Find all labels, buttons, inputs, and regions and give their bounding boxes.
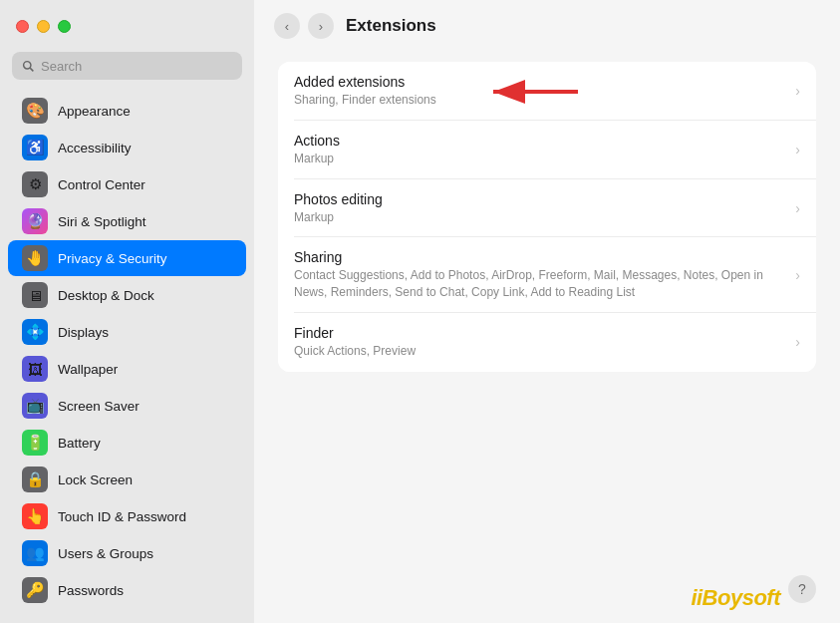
forward-icon: › [319, 19, 323, 34]
sidebar-item-privacy-security[interactable]: 🤚Privacy & Security [8, 240, 246, 276]
sidebar-label-siri-spotlight: Siri & Spotlight [58, 214, 146, 229]
settings-row-title-finder: Finder [294, 325, 787, 341]
users-groups-icon: 👥 [22, 540, 48, 566]
sidebar-item-wallpaper[interactable]: 🖼Wallpaper [8, 351, 246, 387]
accessibility-icon: ♿ [22, 135, 48, 160]
maximize-button[interactable] [58, 20, 71, 33]
control-center-icon: ⚙ [22, 171, 48, 197]
sidebar-item-control-center[interactable]: ⚙Control Center [8, 166, 246, 202]
settings-row-subtitle-photos-editing: Markup [294, 209, 787, 226]
settings-row-sharing[interactable]: SharingContact Suggestions, Add to Photo… [278, 237, 816, 313]
appearance-icon: 🎨 [22, 98, 48, 124]
sidebar-label-accessibility: Accessibility [58, 141, 132, 156]
sidebar-item-users-groups[interactable]: 👥Users & Groups [8, 535, 246, 571]
sidebar-label-control-center: Control Center [58, 177, 145, 192]
close-button[interactable] [16, 20, 29, 33]
settings-row-title-added-extensions: Added extensions [294, 74, 787, 90]
settings-row-text-added-extensions: Added extensionsSharing, Finder extensio… [294, 74, 787, 109]
main-content: Added extensionsSharing, Finder extensio… [254, 52, 840, 623]
sidebar-label-lock-screen: Lock Screen [58, 472, 133, 487]
settings-row-subtitle-sharing: Contact Suggestions, Add to Photos, AirD… [294, 267, 787, 301]
desktop-dock-icon: 🖥 [22, 282, 48, 308]
settings-list: Added extensionsSharing, Finder extensio… [278, 62, 816, 372]
main-header: ‹ › Extensions [254, 0, 840, 52]
svg-point-0 [24, 61, 31, 68]
search-placeholder: Search [41, 59, 82, 74]
wallpaper-icon: 🖼 [22, 356, 48, 382]
sidebar-item-screen-saver[interactable]: 📺Screen Saver [8, 388, 246, 424]
sidebar-label-touch-id: Touch ID & Password [58, 509, 186, 524]
chevron-right-icon: › [795, 142, 800, 157]
sidebar-item-passwords[interactable]: 🔑Passwords [8, 572, 246, 608]
sidebar-label-passwords: Passwords [58, 583, 124, 598]
sidebar: Search 🎨Appearance♿Accessibility⚙Control… [0, 0, 254, 623]
sidebar-label-battery: Battery [58, 436, 101, 451]
sidebar-label-screen-saver: Screen Saver [58, 399, 140, 414]
settings-row-photos-editing[interactable]: Photos editingMarkup› [278, 179, 816, 238]
minimize-button[interactable] [37, 20, 50, 33]
help-icon: ? [798, 581, 806, 597]
settings-row-subtitle-actions: Markup [294, 151, 787, 167]
settings-row-title-actions: Actions [294, 133, 787, 149]
settings-row-actions[interactable]: ActionsMarkup› [278, 121, 816, 179]
sidebar-label-wallpaper: Wallpaper [58, 362, 118, 377]
settings-row-subtitle-added-extensions: Sharing, Finder extensions [294, 92, 787, 109]
sidebar-label-appearance: Appearance [58, 104, 131, 119]
main-panel: ‹ › Extensions Added extensionsSharing, … [254, 0, 840, 623]
page-title: Extensions [346, 16, 436, 36]
sidebar-list: 🎨Appearance♿Accessibility⚙Control Center… [0, 88, 254, 623]
lock-screen-icon: 🔒 [22, 467, 48, 492]
chevron-right-icon: › [795, 267, 800, 283]
watermark-text: iBoysoft [697, 585, 780, 610]
privacy-security-icon: 🤚 [22, 245, 48, 271]
sidebar-label-privacy-security: Privacy & Security [58, 251, 167, 266]
watermark: iiBoysoft [691, 585, 780, 611]
titlebar [0, 0, 254, 52]
settings-row-finder[interactable]: FinderQuick Actions, Preview› [278, 313, 816, 372]
back-icon: ‹ [285, 19, 289, 34]
sidebar-label-users-groups: Users & Groups [58, 546, 153, 561]
sidebar-item-siri-spotlight[interactable]: 🔮Siri & Spotlight [8, 203, 246, 239]
passwords-icon: 🔑 [22, 577, 48, 603]
sidebar-item-desktop-dock[interactable]: 🖥Desktop & Dock [8, 277, 246, 313]
chevron-right-icon: › [795, 334, 800, 350]
chevron-right-icon: › [795, 83, 800, 99]
battery-icon: 🔋 [22, 430, 48, 456]
settings-row-text-sharing: SharingContact Suggestions, Add to Photo… [294, 249, 787, 301]
svg-line-1 [30, 68, 33, 71]
sidebar-item-battery[interactable]: 🔋Battery [8, 425, 246, 461]
settings-row-title-sharing: Sharing [294, 249, 787, 265]
sidebar-item-displays[interactable]: 💠Displays [8, 314, 246, 350]
back-button[interactable]: ‹ [274, 13, 300, 39]
screen-saver-icon: 📺 [22, 393, 48, 419]
sidebar-item-appearance[interactable]: 🎨Appearance [8, 93, 246, 129]
sidebar-item-touch-id[interactable]: 👆Touch ID & Password [8, 498, 246, 534]
help-button[interactable]: ? [788, 575, 816, 603]
settings-row-text-finder: FinderQuick Actions, Preview [294, 325, 787, 360]
settings-row-text-actions: ActionsMarkup [294, 133, 787, 167]
sidebar-item-lock-screen[interactable]: 🔒Lock Screen [8, 462, 246, 497]
settings-row-text-photos-editing: Photos editingMarkup [294, 191, 787, 226]
sidebar-label-displays: Displays [58, 325, 109, 340]
search-box[interactable]: Search [12, 52, 242, 80]
settings-row-title-photos-editing: Photos editing [294, 191, 787, 207]
sidebar-item-accessibility[interactable]: ♿Accessibility [8, 130, 246, 165]
siri-spotlight-icon: 🔮 [22, 208, 48, 234]
search-icon [22, 60, 35, 73]
displays-icon: 💠 [22, 319, 48, 345]
touch-id-icon: 👆 [22, 503, 48, 529]
forward-button[interactable]: › [308, 13, 334, 39]
chevron-right-icon: › [795, 200, 800, 216]
settings-row-added-extensions[interactable]: Added extensionsSharing, Finder extensio… [278, 62, 816, 121]
sidebar-label-desktop-dock: Desktop & Dock [58, 288, 154, 303]
settings-row-subtitle-finder: Quick Actions, Preview [294, 343, 787, 360]
